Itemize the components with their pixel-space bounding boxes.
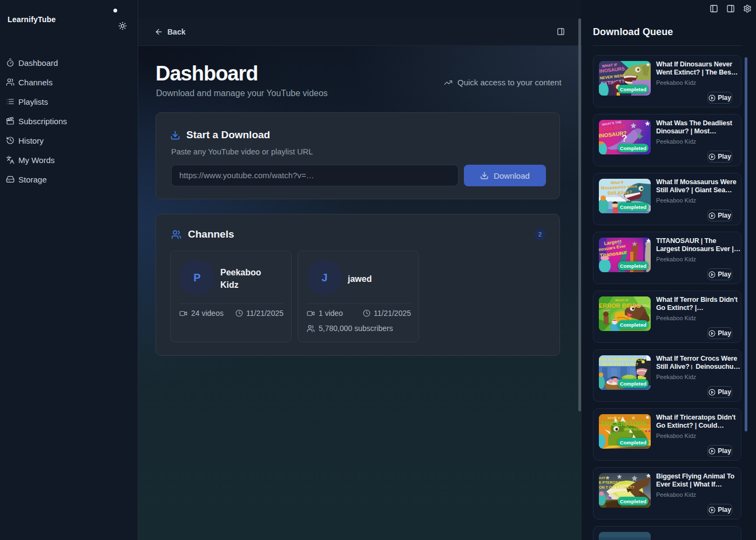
- svg-text:AAT IF: AAT IF: [599, 476, 609, 480]
- svg-text:What If: What If: [611, 180, 624, 185]
- svg-text:WHAT IF: WHAT IF: [615, 299, 629, 302]
- svg-text:ON T GO EXTINCT?: ON T GO EXTINCT?: [599, 485, 634, 489]
- svg-text:WERE STILL ALIVE?: WERE STILL ALIVE?: [601, 362, 638, 366]
- svg-text:WHAT IF: WHAT IF: [608, 416, 621, 420]
- svg-text:HAT IF TERROR CROCS: HAT IF TERROR CROCS: [599, 357, 643, 361]
- svg-text:TRICERATOPS: TRICERATOPS: [601, 420, 647, 428]
- svg-text:WERE STILL ALIV: WERE STILL ALIV: [633, 304, 651, 307]
- svg-text:E PTEROSAUR: E PTEROSAUR: [599, 481, 626, 484]
